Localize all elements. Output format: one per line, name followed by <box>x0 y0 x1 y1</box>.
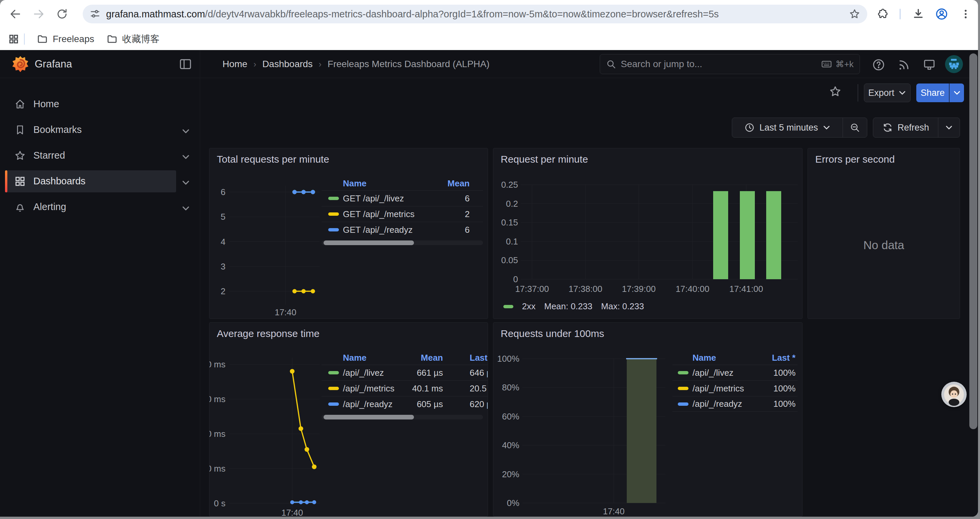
chevron-down-icon[interactable] <box>181 127 190 136</box>
svg-text:17:40:00: 17:40:00 <box>675 284 709 294</box>
scrollbar-thumb[interactable] <box>323 241 414 245</box>
table-row[interactable]: /api/_/livez 100% <box>673 365 797 380</box>
table-row[interactable]: /api/_/metrics 40.1 ms 20.5 ms <box>321 380 488 396</box>
svg-text:0 s: 0 s <box>214 498 226 508</box>
chevron-down-icon <box>945 124 953 132</box>
column-header-mean[interactable]: Mean <box>406 353 443 363</box>
breadcrumb: Home › Dashboards › Freeleaps Metrics Da… <box>223 50 490 78</box>
svg-text:0: 0 <box>513 274 518 284</box>
rss-icon <box>897 58 911 72</box>
collapse-sidebar-icon[interactable] <box>179 57 192 71</box>
horizontal-scrollbar[interactable] <box>321 415 483 420</box>
profile-button[interactable] <box>934 7 949 21</box>
time-range-picker[interactable]: Last 5 minutes <box>732 118 843 137</box>
svg-text:17:40: 17:40 <box>603 506 624 516</box>
column-header-last[interactable]: Last * <box>470 353 488 363</box>
breadcrumb-current: Freeleaps Metrics Dashboard (ALPHA) <box>328 59 490 69</box>
series-color-dash <box>328 228 339 232</box>
help-button[interactable] <box>872 58 885 72</box>
share-menu-button[interactable] <box>949 83 964 102</box>
table-row[interactable]: GET /api/_/readyz 6 <box>321 222 483 238</box>
floating-assistant-avatar[interactable] <box>941 382 967 407</box>
kiosk-mode-button[interactable] <box>923 58 936 72</box>
table-row[interactable]: /api/_/metrics 100% <box>673 380 797 396</box>
apps-grid-button[interactable] <box>8 34 19 45</box>
svg-text:0.1: 0.1 <box>506 236 518 246</box>
export-button[interactable]: Export <box>864 83 911 102</box>
column-header-name[interactable]: Name <box>343 178 430 189</box>
grafana-logo[interactable] <box>12 56 29 72</box>
horizontal-scrollbar[interactable] <box>321 241 483 245</box>
svg-text:5: 5 <box>221 212 226 222</box>
downloads-button[interactable] <box>911 7 926 21</box>
reload-icon <box>56 8 68 20</box>
refresh-interval-button[interactable] <box>938 118 960 137</box>
bell-icon <box>14 201 26 213</box>
panel-average-response-time: Average response time 80 ms60 ms40 ms20 … <box>209 322 488 517</box>
bookmark-star-icon[interactable] <box>849 8 861 20</box>
column-header-name[interactable]: Name <box>692 353 759 363</box>
reload-button[interactable] <box>55 7 69 21</box>
breadcrumb-dashboards[interactable]: Dashboards <box>262 59 313 69</box>
chevron-down-icon[interactable] <box>181 153 190 161</box>
page-scrollbar-thumb[interactable] <box>969 53 977 429</box>
zoom-out-time-button[interactable] <box>843 118 867 137</box>
table-row[interactable]: /api/_/livez 661 µs 646 µs <box>321 365 488 380</box>
zoom-out-icon <box>850 122 860 133</box>
sidebar-item-alerting[interactable]: Alerting <box>0 196 200 218</box>
forward-button[interactable] <box>31 7 46 21</box>
chevron-down-icon[interactable] <box>181 204 190 213</box>
request-per-minute-chart[interactable]: 0.250.20.150.10.05017:37:0017:38:0017:39… <box>493 148 803 319</box>
extensions-button[interactable] <box>875 7 889 21</box>
svg-text:0.25: 0.25 <box>501 180 518 190</box>
column-header-last[interactable]: Last * <box>759 353 795 363</box>
sidebar-item-starred[interactable]: Starred <box>0 145 200 167</box>
site-settings-icon[interactable] <box>89 8 101 20</box>
breadcrumb-separator: › <box>253 59 256 69</box>
time-range-group: Last 5 minutes <box>732 118 867 137</box>
column-header-mean[interactable]: Mean <box>430 178 470 189</box>
back-button[interactable] <box>8 7 23 21</box>
series-color-dash <box>678 387 689 390</box>
search-input[interactable]: Search or jump to... ⌘+k <box>600 54 860 74</box>
svg-text:80%: 80% <box>502 382 519 393</box>
url-bar[interactable]: grafana.mathmast.com/d/deytv4rwavabkb/fr… <box>83 5 867 23</box>
table-row[interactable]: /api/_/readyz 100% <box>673 396 797 412</box>
table-row[interactable]: GET /api/_/livez 6 <box>321 190 483 206</box>
bookmark-folder-label: Freeleaps <box>53 34 94 45</box>
url-text[interactable]: grafana.mathmast.com/d/deytv4rwavabkb/fr… <box>106 9 849 20</box>
table-row[interactable]: GET /api/_/metrics 2 <box>321 206 483 222</box>
series-color-dash <box>503 305 513 308</box>
refresh-button[interactable]: Refresh <box>873 118 938 137</box>
sidebar-item-home[interactable]: Home <box>0 93 200 115</box>
home-icon <box>14 98 26 110</box>
favorite-dashboard-button[interactable] <box>829 85 842 98</box>
grafana-topnav: Grafana Home › Dashboards › Freeleaps Me… <box>0 50 978 78</box>
panel-title[interactable]: Errors per second <box>815 153 895 165</box>
news-button[interactable] <box>897 58 911 72</box>
svg-text:40 ms: 40 ms <box>210 429 226 439</box>
svg-text:0.2: 0.2 <box>506 199 518 209</box>
column-header-name[interactable]: Name <box>343 353 406 363</box>
svg-text:6: 6 <box>221 187 226 197</box>
share-button[interactable]: Share <box>916 83 949 102</box>
grafana-nav-left: Grafana <box>0 50 200 78</box>
chevron-down-icon[interactable] <box>181 178 190 187</box>
breadcrumb-home[interactable]: Home <box>223 59 248 69</box>
grafana-brand[interactable]: Grafana <box>35 58 72 70</box>
sidebar-item-dashboards[interactable]: Dashboards <box>0 170 200 192</box>
bookmark-folder-blogs[interactable]: 收藏博客 <box>100 30 166 48</box>
star-icon <box>14 150 26 162</box>
sidebar-item-bookmarks[interactable]: Bookmarks <box>0 119 200 141</box>
svg-text:3: 3 <box>221 262 226 271</box>
user-avatar[interactable] <box>945 55 963 73</box>
panel-legend-table: Name Mean Last * /api/_/livez 661 µs 646… <box>321 351 488 420</box>
browser-menu-button[interactable] <box>958 7 973 21</box>
table-row[interactable]: /api/_/readyz 605 µs 620 µs <box>321 396 488 412</box>
scrollbar-thumb[interactable] <box>323 415 414 420</box>
legend-max: Max: 0.233 <box>601 301 644 311</box>
back-icon <box>9 8 22 21</box>
legend-series-name[interactable]: 2xx <box>522 301 535 311</box>
bookmark-folder-freeleaps[interactable]: Freeleaps <box>31 31 100 48</box>
refresh-icon <box>882 122 893 133</box>
